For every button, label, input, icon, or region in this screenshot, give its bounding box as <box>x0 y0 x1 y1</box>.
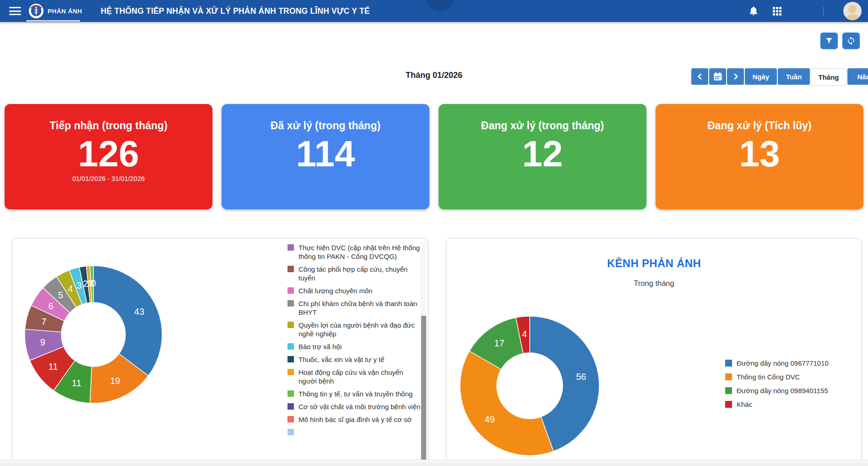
ministry-of-health-logo-icon <box>28 3 44 19</box>
user-avatar[interactable] <box>843 2 862 20</box>
legend-swatch <box>288 390 294 397</box>
legend-swatch <box>288 266 294 272</box>
calendar-icon <box>713 72 722 81</box>
slice-value-label: 3 <box>76 280 81 291</box>
slice-value-label: 0 <box>91 278 96 288</box>
slice-value-label: 43 <box>134 307 144 317</box>
legend-item[interactable]: Thực hiện DVC (cập nhật trên Hệ thống th… <box>288 243 421 261</box>
stats-row: Tiếp nhận (trong tháng) 126 01/01/2026 -… <box>5 104 863 209</box>
stat-card-dang-xu-ly-thang[interactable]: Đang xử lý (trong tháng) 12 <box>439 104 646 209</box>
legend-swatch <box>288 429 294 435</box>
legend-item[interactable]: Đường dây nóng 0989401155 <box>725 386 853 395</box>
horizontal-scrollbar[interactable] <box>0 460 868 466</box>
donut-slice[interactable] <box>93 266 162 376</box>
category-donut-card: 431911119765432110 Thực hiện DVC (cập nh… <box>12 238 428 466</box>
brand-label: PHẢN ÁNH <box>48 8 82 15</box>
view-button-thang[interactable]: Tháng <box>811 68 846 86</box>
legend-item[interactable]: Mô hình bác sĩ gia đình và y tế cơ sở <box>288 415 421 424</box>
notifications-bell-icon[interactable] <box>748 6 759 16</box>
chevron-right-icon <box>732 73 739 80</box>
filter-button[interactable] <box>820 33 838 49</box>
legend-label: Thông tin y tế, tư vấn và truyền thông <box>298 389 412 398</box>
legend-label: Cơ sở vật chất và môi trường bệnh viện <box>298 402 420 411</box>
prev-period-button[interactable] <box>691 68 708 85</box>
legend-label: Chất lượng chuyên môn <box>298 286 373 295</box>
legend-swatch <box>288 403 294 410</box>
slice-value-label: 49 <box>485 414 495 424</box>
legend-item[interactable]: Chi phí khám chữa bệnh và thanh toán BHY… <box>288 299 421 317</box>
legend-item[interactable]: Thông tin y tế, tư vấn và truyền thông <box>288 389 421 398</box>
legend-label: Đường dây nóng 0967771010 <box>737 359 829 367</box>
calendar-button[interactable] <box>709 68 726 85</box>
slice-value-label: 7 <box>41 317 46 327</box>
stat-card-da-xu-ly[interactable]: Đã xử lý (trong tháng) 114 <box>222 104 429 209</box>
legend-label: Bảo trợ xã hội <box>298 342 342 351</box>
stat-title: Đã xử lý (trong tháng) <box>222 104 429 132</box>
legend-item[interactable]: Khác <box>725 400 853 409</box>
brand-active-underline <box>26 20 80 22</box>
next-period-button[interactable] <box>727 68 744 85</box>
legend-item[interactable]: Quyền lợi của người bệnh và đạo đức nghề… <box>288 321 421 338</box>
dashboard-page: PHẢN ÁNH HỆ THỐNG TIẾP NHẬN VÀ XỬ LÝ PHẢ… <box>0 0 868 466</box>
slice-value-label: 4 <box>522 329 527 339</box>
legend-label: Đường dây nóng 0989401155 <box>737 386 828 395</box>
legend-item[interactable]: Chất lượng chuyên môn <box>288 286 421 295</box>
chart-subtitle: Trong tháng <box>447 279 861 288</box>
legend-item[interactable]: Công tác phối hợp cấp cứu, chuyển tuyến <box>288 265 421 282</box>
slice-value-label: 6 <box>49 301 54 311</box>
chart-title: KÊNH PHẢN ÁNH <box>447 257 861 270</box>
refresh-button[interactable] <box>842 33 860 49</box>
legend-swatch <box>725 387 732 394</box>
stat-title: Đang xử lý (trong tháng) <box>439 104 646 132</box>
legend-scrollbar-thumb[interactable] <box>421 316 426 466</box>
header-separator <box>823 7 824 15</box>
legend-swatch <box>288 369 294 375</box>
legend-swatch <box>288 343 294 350</box>
legend-label: Thông tin Cổng DVC <box>737 373 800 381</box>
stat-title: Đang xử lý (Tích lũy) <box>656 104 863 132</box>
slice-value-label: 5 <box>58 290 63 300</box>
brand[interactable]: PHẢN ÁNH <box>28 0 82 22</box>
legend-swatch <box>288 322 294 328</box>
legend-label: Chi phí khám chữa bệnh và thanh toán BHY… <box>298 299 421 317</box>
channel-donut-card: KÊNH PHẢN ÁNH Trong tháng 5649174 Đường … <box>446 238 862 466</box>
stat-card-dang-xu-ly-tich-luy[interactable]: Đang xử lý (Tích lũy) 13 <box>656 104 863 209</box>
legend-label: Thuốc, vắc xin và vật tư y tế <box>298 355 385 364</box>
legend-item[interactable]: Hoạt động cấp cứu và vận chuyển người bệ… <box>288 368 421 385</box>
legend-swatch <box>725 360 732 367</box>
legend-item[interactable]: Cơ sở vật chất và môi trường bệnh viện <box>288 402 421 411</box>
legend-item[interactable]: Thuốc, vắc xin và vật tư y tế <box>288 355 421 364</box>
legend-label: Hoạt động cấp cứu và vận chuyển người bệ… <box>298 368 421 385</box>
legend-item[interactable]: Đường dây nóng 0967771010 <box>725 359 853 367</box>
legend-item[interactable]: Thông tin Cổng DVC <box>725 373 853 381</box>
view-button-tuan[interactable]: Tuần <box>778 68 810 85</box>
page-title: HỆ THỐNG TIẾP NHẬN VÀ XỬ LÝ PHẢN ÁNH TRO… <box>101 0 370 22</box>
stat-title: Tiếp nhận (trong tháng) <box>5 104 212 132</box>
view-button-nam[interactable]: Năm <box>847 68 868 85</box>
stat-value: 12 <box>439 135 646 173</box>
header-decor-circle <box>425 0 455 11</box>
legend-label: Thực hiện DVC (cập nhật trên Hệ thống th… <box>298 243 421 261</box>
funnel-icon <box>825 37 833 45</box>
apps-grid-icon[interactable] <box>773 7 781 16</box>
donut-slice[interactable] <box>460 351 553 455</box>
channel-donut-chart: 5649174 <box>459 315 601 457</box>
legend-swatch <box>725 373 732 380</box>
legend-swatch <box>288 244 294 251</box>
date-nav-group: Ngày Tuần Tháng Năm <box>691 68 868 85</box>
legend-item[interactable] <box>288 428 421 435</box>
menu-icon[interactable] <box>9 7 21 15</box>
slice-value-label: 9 <box>40 337 45 347</box>
slice-value-label: 19 <box>110 376 120 386</box>
stat-value: 13 <box>656 135 863 173</box>
category-legend: Thực hiện DVC (cập nhật trên Hệ thống th… <box>288 243 421 439</box>
slice-value-label: 56 <box>576 372 586 382</box>
legend-swatch <box>288 300 294 307</box>
stat-value: 126 <box>5 135 212 173</box>
stat-card-tiep-nhan[interactable]: Tiếp nhận (trong tháng) 126 01/01/2026 -… <box>5 104 212 209</box>
view-button-ngay[interactable]: Ngày <box>745 68 777 85</box>
legend-item[interactable]: Bảo trợ xã hội <box>288 342 421 351</box>
app-header: PHẢN ÁNH HỆ THỐNG TIẾP NHẬN VÀ XỬ LÝ PHẢ… <box>0 0 868 22</box>
category-donut-chart: 431911119765432110 <box>20 261 167 408</box>
legend-label: Quyền lợi của người bệnh và đạo đức nghề… <box>298 321 421 338</box>
